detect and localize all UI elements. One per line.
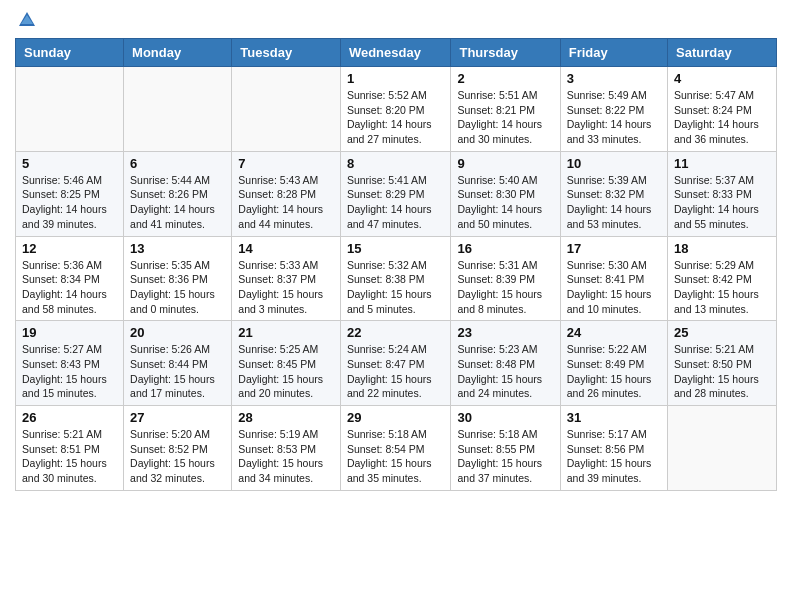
calendar-week-row: 26Sunrise: 5:21 AM Sunset: 8:51 PM Dayli… bbox=[16, 406, 777, 491]
calendar-cell: 12Sunrise: 5:36 AM Sunset: 8:34 PM Dayli… bbox=[16, 236, 124, 321]
day-number: 27 bbox=[130, 410, 225, 425]
day-number: 15 bbox=[347, 241, 445, 256]
calendar-cell: 31Sunrise: 5:17 AM Sunset: 8:56 PM Dayli… bbox=[560, 406, 667, 491]
calendar-header-tuesday: Tuesday bbox=[232, 39, 341, 67]
calendar-cell: 13Sunrise: 5:35 AM Sunset: 8:36 PM Dayli… bbox=[124, 236, 232, 321]
day-number: 14 bbox=[238, 241, 334, 256]
day-info: Sunrise: 5:31 AM Sunset: 8:39 PM Dayligh… bbox=[457, 258, 553, 317]
day-info: Sunrise: 5:24 AM Sunset: 8:47 PM Dayligh… bbox=[347, 342, 445, 401]
day-info: Sunrise: 5:25 AM Sunset: 8:45 PM Dayligh… bbox=[238, 342, 334, 401]
day-number: 17 bbox=[567, 241, 661, 256]
day-number: 13 bbox=[130, 241, 225, 256]
calendar-cell: 10Sunrise: 5:39 AM Sunset: 8:32 PM Dayli… bbox=[560, 151, 667, 236]
day-info: Sunrise: 5:21 AM Sunset: 8:50 PM Dayligh… bbox=[674, 342, 770, 401]
day-info: Sunrise: 5:35 AM Sunset: 8:36 PM Dayligh… bbox=[130, 258, 225, 317]
page: SundayMondayTuesdayWednesdayThursdayFrid… bbox=[0, 0, 792, 506]
day-info: Sunrise: 5:49 AM Sunset: 8:22 PM Dayligh… bbox=[567, 88, 661, 147]
logo-icon bbox=[17, 10, 37, 30]
day-number: 29 bbox=[347, 410, 445, 425]
day-number: 7 bbox=[238, 156, 334, 171]
calendar-header-thursday: Thursday bbox=[451, 39, 560, 67]
calendar-cell: 21Sunrise: 5:25 AM Sunset: 8:45 PM Dayli… bbox=[232, 321, 341, 406]
day-info: Sunrise: 5:17 AM Sunset: 8:56 PM Dayligh… bbox=[567, 427, 661, 486]
day-number: 10 bbox=[567, 156, 661, 171]
day-number: 4 bbox=[674, 71, 770, 86]
logo bbox=[15, 10, 37, 30]
day-number: 16 bbox=[457, 241, 553, 256]
day-info: Sunrise: 5:37 AM Sunset: 8:33 PM Dayligh… bbox=[674, 173, 770, 232]
calendar-cell: 29Sunrise: 5:18 AM Sunset: 8:54 PM Dayli… bbox=[340, 406, 451, 491]
calendar-cell: 15Sunrise: 5:32 AM Sunset: 8:38 PM Dayli… bbox=[340, 236, 451, 321]
calendar-cell: 4Sunrise: 5:47 AM Sunset: 8:24 PM Daylig… bbox=[668, 67, 777, 152]
calendar-cell: 23Sunrise: 5:23 AM Sunset: 8:48 PM Dayli… bbox=[451, 321, 560, 406]
day-info: Sunrise: 5:27 AM Sunset: 8:43 PM Dayligh… bbox=[22, 342, 117, 401]
day-info: Sunrise: 5:51 AM Sunset: 8:21 PM Dayligh… bbox=[457, 88, 553, 147]
day-number: 18 bbox=[674, 241, 770, 256]
day-info: Sunrise: 5:29 AM Sunset: 8:42 PM Dayligh… bbox=[674, 258, 770, 317]
day-info: Sunrise: 5:32 AM Sunset: 8:38 PM Dayligh… bbox=[347, 258, 445, 317]
day-info: Sunrise: 5:36 AM Sunset: 8:34 PM Dayligh… bbox=[22, 258, 117, 317]
day-number: 8 bbox=[347, 156, 445, 171]
calendar-cell bbox=[16, 67, 124, 152]
day-number: 23 bbox=[457, 325, 553, 340]
calendar-cell: 11Sunrise: 5:37 AM Sunset: 8:33 PM Dayli… bbox=[668, 151, 777, 236]
day-info: Sunrise: 5:47 AM Sunset: 8:24 PM Dayligh… bbox=[674, 88, 770, 147]
day-number: 28 bbox=[238, 410, 334, 425]
calendar-cell: 9Sunrise: 5:40 AM Sunset: 8:30 PM Daylig… bbox=[451, 151, 560, 236]
day-info: Sunrise: 5:41 AM Sunset: 8:29 PM Dayligh… bbox=[347, 173, 445, 232]
calendar-cell: 5Sunrise: 5:46 AM Sunset: 8:25 PM Daylig… bbox=[16, 151, 124, 236]
day-info: Sunrise: 5:22 AM Sunset: 8:49 PM Dayligh… bbox=[567, 342, 661, 401]
calendar-cell: 6Sunrise: 5:44 AM Sunset: 8:26 PM Daylig… bbox=[124, 151, 232, 236]
day-info: Sunrise: 5:23 AM Sunset: 8:48 PM Dayligh… bbox=[457, 342, 553, 401]
day-number: 2 bbox=[457, 71, 553, 86]
day-info: Sunrise: 5:46 AM Sunset: 8:25 PM Dayligh… bbox=[22, 173, 117, 232]
calendar-cell: 3Sunrise: 5:49 AM Sunset: 8:22 PM Daylig… bbox=[560, 67, 667, 152]
calendar-header-row: SundayMondayTuesdayWednesdayThursdayFrid… bbox=[16, 39, 777, 67]
calendar-cell: 14Sunrise: 5:33 AM Sunset: 8:37 PM Dayli… bbox=[232, 236, 341, 321]
day-info: Sunrise: 5:26 AM Sunset: 8:44 PM Dayligh… bbox=[130, 342, 225, 401]
day-number: 3 bbox=[567, 71, 661, 86]
day-number: 1 bbox=[347, 71, 445, 86]
day-number: 31 bbox=[567, 410, 661, 425]
calendar-header-friday: Friday bbox=[560, 39, 667, 67]
calendar-cell bbox=[668, 406, 777, 491]
calendar-week-row: 12Sunrise: 5:36 AM Sunset: 8:34 PM Dayli… bbox=[16, 236, 777, 321]
calendar-cell: 8Sunrise: 5:41 AM Sunset: 8:29 PM Daylig… bbox=[340, 151, 451, 236]
day-info: Sunrise: 5:19 AM Sunset: 8:53 PM Dayligh… bbox=[238, 427, 334, 486]
day-number: 6 bbox=[130, 156, 225, 171]
calendar-cell: 25Sunrise: 5:21 AM Sunset: 8:50 PM Dayli… bbox=[668, 321, 777, 406]
day-number: 22 bbox=[347, 325, 445, 340]
calendar-cell: 28Sunrise: 5:19 AM Sunset: 8:53 PM Dayli… bbox=[232, 406, 341, 491]
header bbox=[15, 10, 777, 30]
day-number: 21 bbox=[238, 325, 334, 340]
calendar-cell: 27Sunrise: 5:20 AM Sunset: 8:52 PM Dayli… bbox=[124, 406, 232, 491]
calendar-header-wednesday: Wednesday bbox=[340, 39, 451, 67]
calendar-header-sunday: Sunday bbox=[16, 39, 124, 67]
calendar-header-monday: Monday bbox=[124, 39, 232, 67]
day-info: Sunrise: 5:18 AM Sunset: 8:54 PM Dayligh… bbox=[347, 427, 445, 486]
calendar-cell: 30Sunrise: 5:18 AM Sunset: 8:55 PM Dayli… bbox=[451, 406, 560, 491]
day-info: Sunrise: 5:18 AM Sunset: 8:55 PM Dayligh… bbox=[457, 427, 553, 486]
day-info: Sunrise: 5:30 AM Sunset: 8:41 PM Dayligh… bbox=[567, 258, 661, 317]
day-number: 9 bbox=[457, 156, 553, 171]
calendar-cell: 16Sunrise: 5:31 AM Sunset: 8:39 PM Dayli… bbox=[451, 236, 560, 321]
day-info: Sunrise: 5:44 AM Sunset: 8:26 PM Dayligh… bbox=[130, 173, 225, 232]
day-number: 24 bbox=[567, 325, 661, 340]
calendar-cell: 2Sunrise: 5:51 AM Sunset: 8:21 PM Daylig… bbox=[451, 67, 560, 152]
calendar-cell: 1Sunrise: 5:52 AM Sunset: 8:20 PM Daylig… bbox=[340, 67, 451, 152]
day-number: 30 bbox=[457, 410, 553, 425]
calendar-header-saturday: Saturday bbox=[668, 39, 777, 67]
day-info: Sunrise: 5:20 AM Sunset: 8:52 PM Dayligh… bbox=[130, 427, 225, 486]
calendar-table: SundayMondayTuesdayWednesdayThursdayFrid… bbox=[15, 38, 777, 491]
day-number: 26 bbox=[22, 410, 117, 425]
calendar-cell: 7Sunrise: 5:43 AM Sunset: 8:28 PM Daylig… bbox=[232, 151, 341, 236]
calendar-cell: 26Sunrise: 5:21 AM Sunset: 8:51 PM Dayli… bbox=[16, 406, 124, 491]
day-info: Sunrise: 5:43 AM Sunset: 8:28 PM Dayligh… bbox=[238, 173, 334, 232]
calendar-cell: 18Sunrise: 5:29 AM Sunset: 8:42 PM Dayli… bbox=[668, 236, 777, 321]
calendar-cell: 20Sunrise: 5:26 AM Sunset: 8:44 PM Dayli… bbox=[124, 321, 232, 406]
day-number: 11 bbox=[674, 156, 770, 171]
day-number: 25 bbox=[674, 325, 770, 340]
calendar-cell: 19Sunrise: 5:27 AM Sunset: 8:43 PM Dayli… bbox=[16, 321, 124, 406]
day-number: 20 bbox=[130, 325, 225, 340]
calendar-week-row: 19Sunrise: 5:27 AM Sunset: 8:43 PM Dayli… bbox=[16, 321, 777, 406]
